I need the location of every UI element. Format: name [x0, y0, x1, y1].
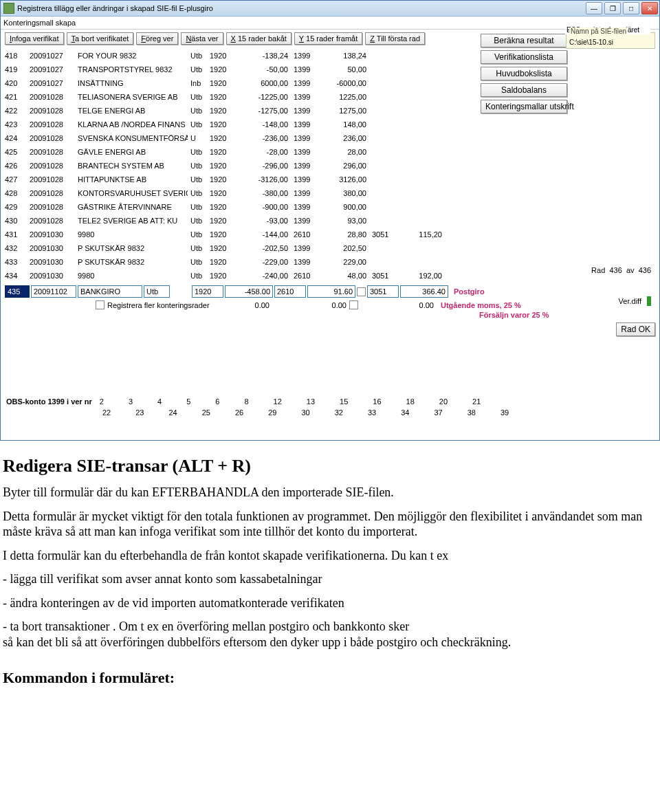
table-row: 431200910309980Utb1920-144,00261028,8030… [5, 228, 655, 241]
rad-ok-button[interactable]: Rad OK [616, 322, 655, 336]
first-row-button[interactable]: Z Till första rad [365, 32, 425, 45]
balance-button[interactable]: Saldobalans [481, 83, 567, 97]
obs-num: 34 [401, 408, 409, 417]
sie-path: C:\sie\15-10.si [569, 39, 652, 46]
second-input-row: Registrera fler konteringsrader 0.00 0.0… [1, 299, 659, 311]
back-15-button[interactable]: X 15 rader bakåt [226, 32, 292, 45]
chk2[interactable] [357, 287, 366, 296]
input-amt1[interactable]: -458.00 [225, 285, 273, 298]
obs-num: 18 [406, 397, 415, 406]
menubar: Konteringsmall skapa [1, 17, 659, 30]
table-row: 43220091030P SKUTSKÄR 9832Utb1920-202,50… [5, 241, 655, 255]
verification-list-button[interactable]: Verifikationslista [481, 50, 567, 64]
table-row: 42620091028BRANTECH SYSTEM ABUtb1920-296… [5, 159, 655, 173]
chk3[interactable] [349, 300, 358, 309]
app-window: Registrera tillägg eller ändringar i ska… [0, 0, 660, 441]
table-row: 42820091028KONTORSVARUHUSET SVERIGEUtb19… [5, 186, 655, 200]
obs-num: 8 [244, 397, 248, 406]
table-row: 42920091028GÄSTRIKE ÅTERVINNAREUtb1920-9… [5, 200, 655, 214]
filename-legend: Namn på SIE-filen [569, 28, 628, 35]
obs-num: 6 [215, 397, 219, 406]
obs-num: 30 [302, 408, 310, 417]
close-button[interactable]: ✕ [641, 2, 658, 14]
obs-num: 12 [274, 397, 282, 406]
obs-num: 24 [169, 408, 177, 417]
input-amt3[interactable]: 366.40 [400, 285, 448, 298]
extra-amt3[interactable]: 0.00 [391, 301, 434, 309]
obs-num: 33 [368, 408, 376, 417]
vat-label: Utgående moms, 25 % [441, 301, 521, 309]
doc-p1: Byter till formulär där du kan EFTERBAHA… [3, 485, 656, 501]
obs-num: 4 [157, 397, 162, 406]
menu-item[interactable]: Konteringsmall skapa [3, 19, 76, 27]
row-counter: Rad 436 av 436 [591, 266, 651, 274]
doc-li3: - ta bort transaktioner . Om t ex en öve… [3, 619, 656, 650]
table-row: 42520091028GÄVLE ENERGI ABUtb1920-28,001… [5, 145, 655, 159]
obs-num: 38 [468, 408, 476, 417]
obs-section: OBS-konto 1399 i ver nr 2345681213151618… [1, 395, 659, 419]
extra-amt1[interactable]: 0.00 [227, 301, 270, 309]
obs-num: 13 [307, 397, 315, 406]
table-row: 434200910309980Utb1920-240,00261048,0030… [5, 269, 655, 283]
main-ledger-button[interactable]: Huvudbokslista [481, 67, 567, 80]
doc-subheading: Kommandon i formuläret: [3, 669, 656, 687]
calc-result-button[interactable]: Beräkna resultat [481, 34, 567, 47]
restore-button[interactable]: ❐ [604, 2, 621, 14]
input-desc[interactable]: BANKGIRO [78, 285, 142, 298]
obs-num: 21 [472, 397, 481, 406]
prev-ver-button[interactable]: Föreg ver [136, 32, 178, 45]
maximize-button[interactable]: □ [623, 2, 639, 14]
input-verno[interactable]: 435 [5, 285, 30, 298]
register-more-label: Registrera fler konteringsrader [107, 301, 224, 309]
obs-num: 29 [268, 408, 276, 417]
window-title: Registrera tillägg eller ändringar i ska… [17, 4, 584, 12]
doc-li1: - lägga till verifikat som avser annat k… [3, 571, 656, 587]
fwd-15-button[interactable]: Y 15 rader framåt [294, 32, 362, 45]
input-acc2[interactable]: 2610 [274, 285, 306, 298]
input-acc3[interactable]: 3051 [367, 285, 399, 298]
input-amt2[interactable]: 91.60 [307, 285, 355, 298]
obs-num: 37 [434, 408, 443, 417]
table-row: 43320091030P SKUTSKÄR 9832Utb1920-229,00… [5, 255, 655, 269]
ver-diff: Ver.diff [619, 296, 651, 306]
table-row: 42720091028HITTAPUNKTSE ABUtb1920-3126,0… [5, 173, 655, 186]
obs-num: 15 [340, 397, 348, 406]
table-row: 43020091028TELE2 SVERIGE AB ATT: KUUtb19… [5, 214, 655, 228]
minimize-button[interactable]: — [586, 2, 602, 14]
obs-num: 3 [129, 397, 133, 406]
app-icon [3, 3, 14, 14]
doc-heading: Redigera SIE-transar (ALT + R) [3, 456, 656, 476]
obs-num: 39 [500, 408, 509, 417]
obs-num: 32 [335, 408, 343, 417]
input-date[interactable]: 20091102 [31, 285, 76, 298]
doc-li2: - ändra konteringen av de vid importen a… [3, 595, 656, 611]
doc-p2: Detta formulär är mycket viktigt för den… [3, 509, 656, 540]
document-text: Redigera SIE-transar (ALT + R) Byter til… [0, 441, 659, 714]
input-acc1[interactable]: 1920 [192, 285, 223, 298]
delete-verification-button[interactable]: Ta bort verifikatet [67, 32, 134, 45]
next-ver-button[interactable]: Nästa ver [181, 32, 223, 45]
obs-num: 23 [135, 408, 144, 417]
obs-num: 20 [439, 397, 448, 406]
right-column: Beräkna resultat Verifikationslista Huvu… [483, 34, 655, 113]
doc-p3: I detta formulär kan du efterbehandla de… [3, 548, 656, 564]
postgiro-label: Postgiro [454, 287, 485, 296]
input-type[interactable]: Utb [144, 285, 170, 298]
register-more-checkbox[interactable] [96, 300, 104, 309]
obs-num: 26 [235, 408, 243, 417]
table-row: 42320091028KLARNA AB /NORDEA FINANSUtb19… [5, 118, 655, 131]
obs-label: OBS-konto 1399 i ver nr [6, 397, 92, 406]
obs-num: 2 [100, 397, 104, 406]
sie-filename-box: ESC avslutar formuläret Namn på SIE-file… [566, 32, 655, 49]
obs-num: 25 [202, 408, 210, 417]
insert-verification-button[interactable]: Infoga verifikat [5, 32, 64, 45]
input-row: 435 20091102 BANKGIRO Utb 1920 -458.00 2… [1, 284, 659, 299]
obs-num: 16 [373, 397, 381, 406]
obs-num: 22 [102, 408, 111, 417]
extra-amt2[interactable]: 0.00 [304, 301, 346, 309]
titlebar: Registrera tillägg eller ändringar i ska… [1, 1, 659, 17]
table-row: 42420091028SVENSKA KONSUMENTFÖRSÄKRU1920… [5, 131, 655, 145]
obs-num: 5 [186, 397, 190, 406]
sales-label: Försäljn varor 25 % [1, 311, 659, 319]
templates-print-button[interactable]: Konteringsmallar utskrift [481, 100, 567, 113]
